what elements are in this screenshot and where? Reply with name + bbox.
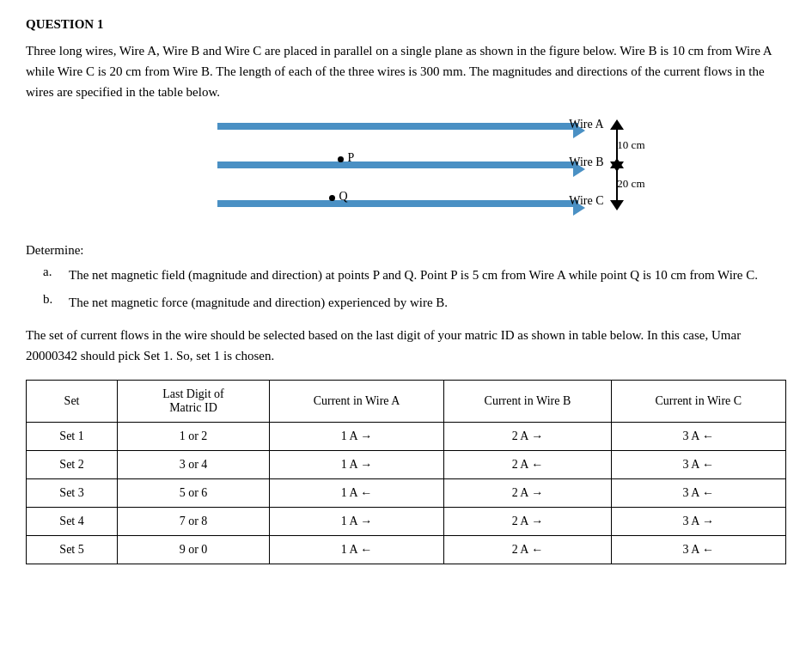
sub-a-letter: a. <box>43 265 69 285</box>
wire-a-label: Wire A <box>569 118 603 131</box>
table-cell: 1 or 2 <box>118 423 270 451</box>
table-body: Set 11 or 21 A →2 A →3 A ←Set 23 or 41 A… <box>27 423 786 564</box>
dim-arrow-bc-down <box>610 200 624 210</box>
table-row: Set 47 or 81 A →2 A →3 A → <box>27 508 786 536</box>
table-cell: 1 A ← <box>269 479 443 508</box>
figure-container: Wire A Wire B Wire C 10 cm 20 cm P Q <box>26 114 786 226</box>
dim-label-ab: 10 cm <box>617 138 644 152</box>
table-cell: 3 A ← <box>611 536 785 564</box>
wire-b-label: Wire B <box>569 155 603 169</box>
point-q-label: Q <box>339 190 348 204</box>
dim-label-bc: 20 cm <box>617 177 644 191</box>
header-set: Set <box>27 381 118 423</box>
sub-item-b: b. The net magnetic force (magnitude and… <box>26 292 786 313</box>
table-cell: 1 A → <box>269 508 443 536</box>
table-cell: 1 A ← <box>269 536 443 564</box>
table-cell: Set 2 <box>27 451 118 479</box>
table-cell: 3 A ← <box>611 423 785 451</box>
dim-arrow-ab-up <box>610 119 624 130</box>
table-cell: Set 1 <box>27 423 118 451</box>
wire-c-label: Wire C <box>569 194 603 208</box>
point-p-dot <box>338 156 344 162</box>
determine-section: Determine: a. The net magnetic field (ma… <box>26 243 786 313</box>
table-row: Set 11 or 21 A →2 A →3 A ← <box>27 423 786 451</box>
table-cell: 2 A → <box>444 508 611 536</box>
table-cell: 3 or 4 <box>118 451 270 479</box>
wire-a <box>217 123 578 130</box>
sub-b-letter: b. <box>43 292 69 313</box>
table-cell: 5 or 6 <box>118 479 270 508</box>
table-cell: 3 A → <box>611 508 785 536</box>
table-cell: Set 5 <box>27 536 118 564</box>
table-cell: 1 A → <box>269 451 443 479</box>
table-row: Set 23 or 41 A →2 A ←3 A ← <box>27 451 786 479</box>
header-wire-a: Current in Wire A <box>269 381 443 423</box>
header-wire-b: Current in Wire B <box>444 381 611 423</box>
sub-a-text: The net magnetic field (magnitude and di… <box>69 265 758 285</box>
table-cell: 1 A → <box>269 423 443 451</box>
table-cell: 2 A → <box>444 479 611 508</box>
determine-label: Determine: <box>26 243 786 258</box>
table-cell: 7 or 8 <box>118 508 270 536</box>
sub-item-a: a. The net magnetic field (magnitude and… <box>26 265 786 285</box>
sub-b-text: The net magnetic force (magnitude and di… <box>69 292 448 313</box>
figure-inner: Wire A Wire B Wire C 10 cm 20 cm P Q <box>166 114 647 226</box>
table-cell: Set 3 <box>27 479 118 508</box>
table-cell: 9 or 0 <box>118 536 270 564</box>
table-cell: 3 A ← <box>611 451 785 479</box>
current-table: Set Last Digit ofMatric ID Current in Wi… <box>26 380 786 564</box>
point-q-dot <box>329 195 335 201</box>
table-cell: 2 A → <box>444 423 611 451</box>
intro-text: Three long wires, Wire A, Wire B and Wir… <box>26 40 786 102</box>
table-row: Set 35 or 61 A ←2 A →3 A ← <box>27 479 786 508</box>
wire-b <box>217 161 578 168</box>
table-header-row: Set Last Digit ofMatric ID Current in Wi… <box>27 381 786 423</box>
table-row: Set 59 or 01 A ←2 A ←3 A ← <box>27 536 786 564</box>
point-p-label: P <box>348 151 355 165</box>
question-title: QUESTION 1 <box>26 17 786 32</box>
table-header: Set Last Digit ofMatric ID Current in Wi… <box>27 381 786 423</box>
dim-arrow-bc-up <box>610 158 624 168</box>
header-wire-c: Current in Wire C <box>611 381 785 423</box>
selection-text: The set of current flows in the wire sho… <box>26 325 786 366</box>
table-cell: Set 4 <box>27 508 118 536</box>
wire-c <box>217 200 578 207</box>
table-cell: 3 A ← <box>611 479 785 508</box>
table-cell: 2 A ← <box>444 451 611 479</box>
header-matric: Last Digit ofMatric ID <box>118 381 270 423</box>
table-cell: 2 A ← <box>444 536 611 564</box>
